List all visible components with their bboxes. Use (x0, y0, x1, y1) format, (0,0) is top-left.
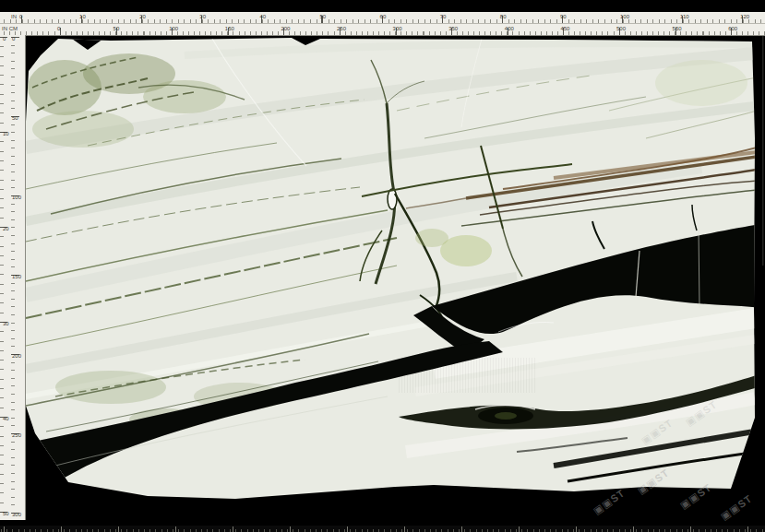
left-ruler-inch-label: 10 (3, 131, 9, 136)
top-ruler-inch-label: 80 (500, 14, 507, 19)
top-ruler-inch-label: 70 (440, 14, 447, 19)
left-ruler-cm-label: 150 (12, 274, 21, 279)
left-ruler-cm-label: 200 (12, 353, 21, 359)
top-ruler-cm-label: 400 (505, 26, 514, 31)
top-ruler-inch-label: 30 (199, 14, 206, 19)
left-ruler-inch-label: 20 (3, 226, 9, 231)
top-ruler-inch-label: 50 (320, 14, 327, 19)
top-ruler-inch-label: 60 (380, 14, 387, 19)
top-ruler-cm-label: 600 (728, 26, 737, 31)
left-ruler-cm-label: 250 (12, 432, 21, 438)
top-ruler-inch-label: 0 (19, 14, 22, 19)
left-ruler-cm-label: 100 (12, 195, 21, 200)
left-ruler: 01020304050050100150200250300 (0, 35, 26, 520)
top-ruler-cm-label: 100 (169, 26, 178, 31)
left-ruler-inch-label: 40 (3, 416, 9, 421)
top-ruler-cm-label: 300 (393, 26, 402, 31)
top-ruler-inch-label: 20 (139, 14, 146, 19)
left-ruler-cm-label: 50 (12, 115, 18, 121)
left-ruler-cm-label: 0 (12, 36, 15, 41)
top-ruler-cm-label: 200 (281, 26, 290, 31)
top-ruler-cm-label: 50 (114, 26, 120, 31)
top-ruler-inch-label: 40 (259, 14, 266, 19)
top-ruler-inch-label: 100 (620, 14, 629, 19)
top-ruler-inch-label: 90 (560, 14, 567, 19)
top-ruler-cm-label: 450 (560, 26, 569, 31)
left-ruler-inch-label: 0 (3, 36, 6, 41)
slab-photo (0, 0, 765, 532)
top-ruler-cm-row: IN CM 0501001502002503003504004505005506… (0, 24, 765, 36)
top-ruler-cm-label: 150 (225, 26, 234, 31)
left-ruler-inch-ticks (0, 35, 11, 520)
top-ruler-cm-label: 350 (448, 26, 458, 31)
top-ruler-inch-label: 120 (740, 14, 749, 19)
top-ruler-inch-label: 110 (680, 14, 689, 19)
slab-scanner-window: IN 0102030405060708090100110120 IN CM 05… (0, 0, 765, 532)
top-ruler-cm-label: 550 (673, 26, 682, 31)
left-ruler-inch-label: 50 (3, 511, 9, 516)
top-ruler-cm-label: 0 (57, 26, 60, 31)
top-ruler-inch-label: 10 (79, 14, 86, 19)
top-ruler-inches-row: IN 0102030405060708090100110120 (0, 12, 765, 24)
bottom-ruler (0, 526, 765, 532)
left-ruler-inch-label: 30 (3, 321, 9, 326)
slab-image (0, 0, 765, 532)
top-ruler-cm-label: 500 (616, 26, 626, 31)
top-ruler: IN 0102030405060708090100110120 IN CM 05… (0, 12, 765, 35)
left-ruler-cm-label: 300 (12, 512, 21, 517)
top-ruler-cm-label: 250 (337, 26, 346, 31)
